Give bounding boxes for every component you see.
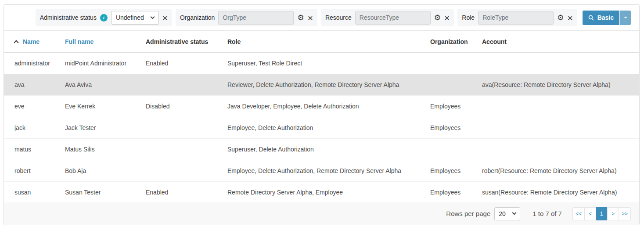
- organization-input[interactable]: [218, 11, 294, 25]
- chevron-down-icon: [512, 211, 517, 215]
- table-row[interactable]: jackJack TesterEmployee, Delete Authoriz…: [4, 117, 639, 139]
- cell-account: robert(Resource: Remote Directory Server…: [479, 160, 639, 182]
- admin-status-select[interactable]: Undefined: [111, 11, 159, 25]
- role-settings-gear-icon[interactable]: ⚙: [557, 14, 564, 22]
- search-split-button: Basic: [583, 11, 631, 25]
- filter-role: Role ⚙ ×: [457, 9, 577, 26]
- admin-status-select-value: Undefined: [116, 14, 144, 21]
- filter-resource: Resource ⚙ ×: [321, 9, 454, 26]
- pagination-page-1-button[interactable]: 1: [596, 207, 608, 220]
- cell-account: [479, 96, 639, 117]
- cell-full_name: Jack Tester: [61, 117, 142, 139]
- basic-search-button-label: Basic: [597, 14, 614, 21]
- cell-status: [142, 117, 224, 139]
- pagination-prev-button[interactable]: <: [584, 207, 596, 220]
- cell-role: Superuser, Test Role Direct: [224, 53, 427, 74]
- info-icon[interactable]: i: [100, 14, 108, 22]
- cell-full_name: midPoint Administrator: [61, 53, 142, 74]
- table-header-row: Name Full name Administrative status Rol…: [4, 31, 639, 53]
- cell-full_name: Matus Silis: [61, 139, 142, 160]
- cell-account: susan(Resource: Remote Directory Server …: [479, 182, 639, 203]
- cell-full_name: Eve Kerrek: [61, 96, 142, 117]
- table-row[interactable]: susanSusan TesterEnabledRemote Directory…: [4, 182, 639, 203]
- resource-input[interactable]: [355, 11, 431, 25]
- cell-full_name: Bob Aja: [61, 160, 142, 182]
- filter-organization: Organization ⚙ ×: [176, 9, 317, 26]
- cell-status: [142, 74, 224, 96]
- organization-settings-gear-icon[interactable]: ⚙: [297, 14, 304, 22]
- column-header-account: Account: [479, 31, 639, 53]
- cell-account: ava(Resource: Remote Directory Server Al…: [479, 74, 639, 96]
- role-input[interactable]: [478, 11, 554, 25]
- cell-status: Enabled: [142, 182, 224, 203]
- cell-org: [427, 139, 479, 160]
- cell-role: Reviewer, Delete Authorization, Remote D…: [224, 74, 427, 96]
- table-row[interactable]: robertBob AjaEmployee, Delete Authorizat…: [4, 160, 639, 182]
- rows-per-page-select[interactable]: 20: [494, 207, 520, 220]
- table-row[interactable]: administratormidPoint AdministratorEnabl…: [4, 53, 639, 74]
- cell-full_name: Susan Tester: [61, 182, 142, 203]
- cell-org: [427, 74, 479, 96]
- pagination-next-button[interactable]: >: [607, 207, 619, 220]
- table-row[interactable]: matusMatus SilisSuperuser, Delete Author…: [4, 139, 639, 160]
- cell-org: Employees: [427, 117, 479, 139]
- column-header-role: Role: [224, 31, 427, 53]
- filter-resource-label: Resource: [325, 14, 352, 21]
- cell-full_name: Ava Aviva: [61, 74, 142, 96]
- filter-admin-status: Administrative status i Undefined ×: [36, 9, 172, 26]
- cell-role: Employee, Delete Authorization, Remote D…: [224, 160, 427, 182]
- caret-down-icon: [624, 17, 627, 18]
- cell-name: eve: [4, 96, 61, 117]
- pagination-last-button[interactable]: >>: [619, 207, 631, 220]
- pagination-first-button[interactable]: <<: [572, 207, 585, 220]
- cell-org: [427, 53, 479, 74]
- filter-admin-status-label: Administrative status: [40, 14, 97, 21]
- cell-role: Java Developer, Employee, Delete Authori…: [224, 96, 427, 117]
- column-header-name[interactable]: Name: [4, 31, 61, 53]
- cell-role: Employee, Delete Authorization: [224, 117, 427, 139]
- table-row[interactable]: eveEve KerrekDisabledJava Developer, Emp…: [4, 96, 639, 117]
- column-header-administrative-status: Administrative status: [142, 31, 224, 53]
- cell-name: matus: [4, 139, 61, 160]
- clear-organization-icon[interactable]: ×: [308, 13, 313, 22]
- search-icon: [588, 15, 594, 21]
- cell-account: [479, 117, 639, 139]
- resource-settings-gear-icon[interactable]: ⚙: [434, 14, 441, 22]
- cell-status: Enabled: [142, 53, 224, 74]
- sort-ascending-icon[interactable]: [14, 40, 18, 45]
- clear-resource-icon[interactable]: ×: [444, 13, 450, 22]
- clear-role-icon[interactable]: ×: [567, 13, 572, 22]
- cell-name: robert: [4, 160, 61, 182]
- table-row[interactable]: avaAva AvivaReviewer, Delete Authorizati…: [4, 74, 639, 96]
- users-table: Name Full name Administrative status Rol…: [4, 30, 639, 203]
- cell-name: ava: [4, 74, 61, 96]
- rows-per-page-value: 20: [499, 210, 506, 217]
- cell-name: administrator: [4, 53, 61, 74]
- users-table-panel: Administrative status i Undefined × Orga…: [4, 4, 640, 225]
- cell-role: Remote Directory Server Alpha, Employee: [224, 182, 427, 203]
- pagination-range-text: 1 to 7 of 7: [532, 210, 562, 217]
- column-header-organization: Organization: [427, 31, 479, 53]
- cell-role: Superuser, Delete Authorization: [224, 139, 427, 160]
- cell-account: [479, 53, 639, 74]
- cell-name: susan: [4, 182, 61, 203]
- cell-org: Employees: [427, 96, 479, 117]
- clear-admin-status-icon[interactable]: ×: [162, 13, 168, 22]
- cell-status: [142, 139, 224, 160]
- cell-status: Disabled: [142, 96, 224, 117]
- cell-org: Employees: [427, 160, 479, 182]
- basic-search-button[interactable]: Basic: [583, 11, 619, 25]
- rows-per-page-label: Rows per page: [446, 210, 490, 217]
- filter-organization-label: Organization: [180, 14, 215, 21]
- search-dropdown-button[interactable]: [620, 11, 631, 25]
- chevron-down-icon: [150, 14, 155, 19]
- cell-org: Employees: [427, 182, 479, 203]
- filter-bar: Administrative status i Undefined × Orga…: [4, 5, 639, 30]
- filter-role-label: Role: [462, 14, 475, 21]
- column-header-full-name[interactable]: Full name: [61, 31, 142, 53]
- cell-status: [142, 160, 224, 182]
- cell-account: [479, 139, 639, 160]
- pagination: << < 1 > >>: [572, 207, 631, 220]
- cell-name: jack: [4, 117, 61, 139]
- table-footer: Rows per page 20 1 to 7 of 7 << < 1 > >>: [4, 202, 639, 225]
